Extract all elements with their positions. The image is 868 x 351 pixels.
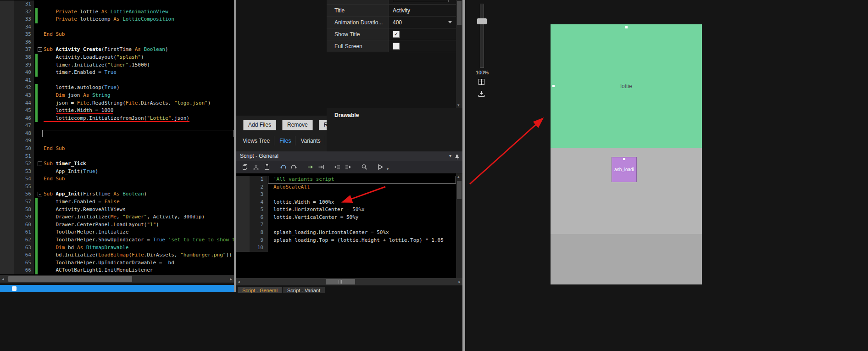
code-text[interactable]: ToolbarHelper.ShowUpIndicator = True 'se… <box>42 236 234 244</box>
code-text[interactable]: lottie.HorizontalCenter = 50%x <box>268 206 456 214</box>
code-line[interactable]: 42 lottie.autoloop(True) <box>0 84 234 92</box>
code-line[interactable]: 45 lottie.Width = 1000 <box>0 107 234 115</box>
undo-icon[interactable] <box>278 162 288 172</box>
code-text[interactable]: End Sub <box>42 175 234 183</box>
code-line[interactable]: 52-Sub timer_Tick <box>0 160 234 168</box>
code-line[interactable]: 44 json = File.ReadString(File.DirAssets… <box>0 100 234 107</box>
code-text[interactable]: Drawer.Initialize(Me, "Drawer", Activity… <box>42 213 234 221</box>
code-line[interactable]: 33 Private lottiecomp As LottieCompositi… <box>0 16 234 23</box>
code-text[interactable]: ACToolBarLight1.InitMenuListener <box>42 267 234 274</box>
redo-icon[interactable] <box>289 162 299 172</box>
scrollbar-thumb[interactable] <box>457 181 462 199</box>
run-script-button[interactable] <box>376 162 385 172</box>
code-line[interactable]: 31 <box>0 0 234 8</box>
code-line[interactable]: 49 <box>0 137 234 145</box>
code-line[interactable]: 57 timer.Enabled = False <box>0 198 234 206</box>
scrollbar-thumb[interactable] <box>457 1 462 25</box>
code-text[interactable]: AutoScaleAll <box>268 184 456 191</box>
code-text[interactable] <box>268 191 456 199</box>
remove-button[interactable]: Remove <box>282 120 313 130</box>
grid-icon[interactable] <box>478 78 485 88</box>
property-value[interactable] <box>389 0 456 4</box>
code-text[interactable] <box>42 137 234 145</box>
code-line[interactable]: 36 <box>0 39 234 46</box>
code-text[interactable] <box>42 39 234 46</box>
code-text[interactable]: Sub App_Init(FirstTime As Boolean) <box>42 190 234 198</box>
script-hscrollbar[interactable]: ◂ ▸ <box>236 278 462 285</box>
code-text[interactable]: splash_loading.HorizontalCenter = 50%x <box>268 229 456 237</box>
tab-script-variant[interactable]: Script - Variant <box>283 287 325 293</box>
code-line[interactable]: 66 ACToolBarLight1.InitMenuListener <box>0 267 234 274</box>
code-text[interactable]: lottie.Width = 1000 <box>42 107 234 115</box>
zoom-slider[interactable] <box>480 4 484 68</box>
code-line[interactable]: 60 Drawer.CenterPanel.LoadLayout("1") <box>0 221 234 229</box>
code-line[interactable]: 34 <box>0 23 234 31</box>
code-line[interactable]: 62 ToolbarHelper.ShowUpIndicator = True … <box>0 236 234 244</box>
code-line[interactable]: 39 timer.Initialize("timer",15000) <box>0 61 234 69</box>
run-options-chevron-icon[interactable]: ▾ <box>387 167 389 171</box>
code-text[interactable]: lottie.autoloop(True) <box>42 84 234 92</box>
code-text[interactable] <box>42 183 234 191</box>
script-line[interactable]: 1'All variants script <box>236 176 456 184</box>
pin-icon[interactable] <box>455 153 460 162</box>
code-text[interactable]: Private lottiecomp As LottieComposition <box>42 16 234 23</box>
code-line[interactable]: 48 <box>0 130 234 138</box>
code-line[interactable]: 64 bd.Initialize(LoadBitmap(File.DirAsse… <box>0 251 234 259</box>
script-line[interactable]: 3 <box>236 191 456 199</box>
code-line[interactable]: 55 <box>0 183 234 191</box>
scroll-left-arrow-icon[interactable]: ◂ <box>2 276 4 282</box>
code-text[interactable]: Drawer.CenterPanel.LoadLayout("1") <box>42 221 234 229</box>
property-value[interactable]: 400 <box>389 17 456 28</box>
tab-variants[interactable]: Variants <box>296 136 325 145</box>
code-text[interactable] <box>42 130 234 138</box>
scroll-right-arrow-icon[interactable]: ▸ <box>458 279 461 284</box>
code-line[interactable]: 38 Activity.LoadLayout("splash") <box>0 54 234 61</box>
code-text[interactable]: App_Init(True) <box>42 168 234 176</box>
editor-hscrollbar[interactable]: ◂ ▸ <box>0 275 234 283</box>
files-list[interactable] <box>236 0 327 116</box>
fold-toggle-icon[interactable]: - <box>38 192 42 196</box>
code-line[interactable]: 58 Activity.RemoveAllViews <box>0 206 234 214</box>
code-line[interactable]: 35End Sub <box>0 31 234 39</box>
code-text[interactable]: Dim json As String <box>42 92 234 100</box>
script-line[interactable]: 6lottie.VerticalCenter = 50%y <box>236 214 456 222</box>
cut-icon[interactable] <box>251 162 261 172</box>
property-value[interactable]: Activity <box>389 5 456 16</box>
editor-hscroll-thumb[interactable] <box>8 276 132 282</box>
code-text[interactable]: ToolbarHelper.UpIndicatorDrawable = bd <box>42 259 234 267</box>
code-line[interactable]: 46 lottiecomp.InitializefromJson("Lottie… <box>0 115 234 123</box>
scroll-right-arrow-icon[interactable]: ▸ <box>230 276 232 282</box>
script-line[interactable]: 4lottie.Width = 100%x <box>236 199 456 206</box>
code-text[interactable] <box>42 77 234 84</box>
code-line[interactable]: 65 ToolbarHelper.UpIndicatorDrawable = b… <box>0 259 234 267</box>
property-value[interactable]: ✓ <box>389 28 456 40</box>
code-text[interactable]: timer.Initialize("timer",15000) <box>42 61 234 69</box>
canvas-gray-top[interactable]: ash_loadi <box>551 148 702 234</box>
code-line[interactable]: 51 <box>0 153 234 161</box>
panel-collapse-chevron-icon[interactable]: ▾ <box>449 153 451 158</box>
code-text[interactable]: End Sub <box>42 31 234 39</box>
code-text[interactable]: ToolbarHelper.Initialize <box>42 228 234 236</box>
code-text[interactable]: lottiecomp.InitializefromJson("Lottie",j… <box>42 115 234 123</box>
code-text[interactable]: bd.Initialize(LoadBitmap(File.DirAssets,… <box>42 251 234 259</box>
code-line[interactable]: 53 App_Init(True) <box>0 168 234 176</box>
script-line[interactable]: 7 <box>236 221 456 229</box>
code-text[interactable]: Dim bd As BitmapDrawable <box>42 244 234 252</box>
code-text[interactable] <box>42 153 234 161</box>
code-text[interactable]: 'All variants script <box>268 176 456 184</box>
paste-icon[interactable] <box>262 162 272 172</box>
designer-canvas[interactable]: 100% lottie ash_loadi <box>465 0 868 351</box>
checkbox[interactable] <box>393 43 400 50</box>
splash-loading-view[interactable]: ash_loadi <box>612 157 637 182</box>
script-line[interactable]: 8splash_loading.HorizontalCenter = 50%x <box>236 229 456 237</box>
code-text[interactable] <box>42 0 234 8</box>
code-text[interactable]: End Sub <box>42 145 234 153</box>
code-line[interactable]: 40 timer.Enabled = True <box>0 69 234 77</box>
code-text[interactable]: splash_loading.Top = (lottie.Height + lo… <box>268 237 456 245</box>
download-icon[interactable] <box>478 90 485 100</box>
code-text[interactable]: Private lottie As LottieAnimationView <box>42 8 234 16</box>
code-text[interactable]: Sub Activity_Create(FirstTime As Boolean… <box>42 46 234 54</box>
code-editor[interactable]: 3132 Private lottie As LottieAnimationVi… <box>0 0 234 283</box>
code-line[interactable]: 47 <box>0 122 234 130</box>
lottie-view[interactable]: lottie <box>551 24 702 148</box>
